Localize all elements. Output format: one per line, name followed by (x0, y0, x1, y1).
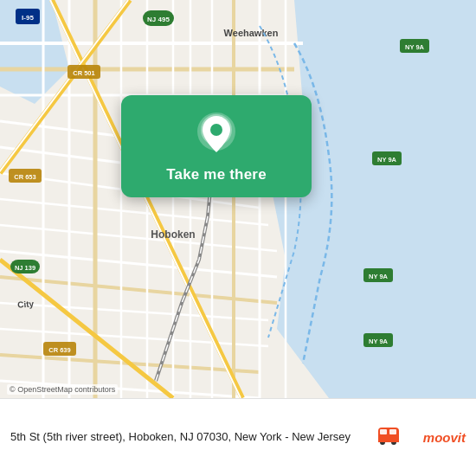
svg-text:NY 9A: NY 9A (369, 338, 389, 345)
location-pin-icon (197, 113, 235, 158)
svg-text:NJ 139: NJ 139 (15, 264, 35, 272)
pin-icon-wrapper (194, 113, 239, 158)
svg-rect-61 (389, 429, 396, 434)
map-container: I-95 NJ 495 CR 501 CR 653 NJ 139 NY 9A N… (0, 0, 476, 398)
address-text: 5th St (5th river street), Hoboken, NJ 0… (10, 429, 378, 445)
bottom-bar: 5th St (5th river street), Hoboken, NJ 0… (0, 398, 476, 476)
overlay-card: Take me there (121, 95, 312, 197)
svg-rect-64 (378, 438, 399, 442)
svg-text:CR 653: CR 653 (14, 173, 35, 181)
svg-text:CR 639: CR 639 (48, 346, 70, 354)
svg-text:Hoboken: Hoboken (151, 228, 195, 241)
moovit-brand-text: moovit (423, 430, 466, 445)
svg-text:Weehawken: Weehawken (224, 28, 279, 38)
moovit-logo: moovit (378, 421, 466, 455)
svg-text:NY 9A: NY 9A (405, 43, 425, 51)
svg-text:NY 9A: NY 9A (377, 156, 397, 164)
osm-credit: © OpenStreetMap contributors (7, 384, 118, 395)
moovit-logo-icon (378, 421, 423, 455)
svg-text:I-95: I-95 (22, 14, 34, 22)
svg-text:CR 501: CR 501 (73, 69, 94, 77)
svg-text:NJ 495: NJ 495 (147, 16, 170, 23)
map-svg: I-95 NJ 495 CR 501 CR 653 NJ 139 NY 9A N… (0, 0, 476, 398)
svg-text:NY 9A: NY 9A (369, 273, 389, 280)
svg-rect-60 (380, 429, 387, 434)
take-me-there-button[interactable]: Take me there (166, 166, 267, 183)
svg-point-58 (210, 124, 222, 136)
svg-text:City: City (17, 299, 35, 310)
